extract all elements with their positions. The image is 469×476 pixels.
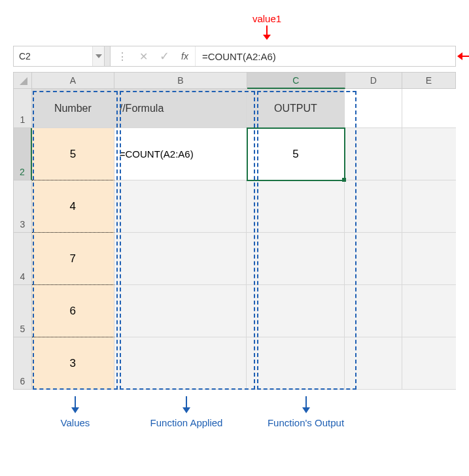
svg-marker-3 xyxy=(457,52,462,60)
cell-c3[interactable] xyxy=(247,180,345,233)
svg-marker-1 xyxy=(263,35,271,40)
row-head-6[interactable]: 6 xyxy=(13,337,32,390)
annotation-values: Values xyxy=(33,396,118,428)
annotation-function-output: Function's Output xyxy=(255,396,356,428)
table-row: 2 5 =COUNT(A2:A6) 5 xyxy=(13,128,456,180)
formula-bar: C2 ⋮ ✕ ✓ fx =COUNT(A2:A6) Syntax xyxy=(13,46,456,67)
cell-a4[interactable]: 7 xyxy=(32,233,114,285)
cell-c6[interactable] xyxy=(247,337,345,390)
formula-controls: ⋮ ✕ ✓ fx xyxy=(111,46,195,66)
cell-a1[interactable]: Number xyxy=(32,89,114,128)
cell-b6[interactable] xyxy=(114,337,247,390)
row-head-2[interactable]: 2 xyxy=(13,128,32,180)
cell-a5[interactable]: 6 xyxy=(32,285,114,337)
enter-icon[interactable]: ✓ xyxy=(160,49,169,63)
cell-c1[interactable]: OUTPUT xyxy=(247,89,345,128)
col-head-c[interactable]: C xyxy=(247,72,345,89)
row-head-3[interactable]: 3 xyxy=(13,180,32,233)
cell-d2[interactable] xyxy=(345,128,402,180)
col-head-e[interactable]: E xyxy=(402,72,456,89)
svg-marker-11 xyxy=(302,407,310,413)
cell-c5[interactable] xyxy=(247,285,345,337)
cell-d4[interactable] xyxy=(345,233,402,285)
table-row: 5 6 xyxy=(13,285,456,337)
cell-b3[interactable] xyxy=(114,180,247,233)
table-row: 4 7 xyxy=(13,233,456,285)
cell-e6[interactable] xyxy=(402,337,456,390)
cell-e1[interactable] xyxy=(402,89,456,128)
dots-icon: ⋮ xyxy=(117,50,128,63)
cell-e3[interactable] xyxy=(402,180,456,233)
cell-d5[interactable] xyxy=(345,285,402,337)
name-box[interactable]: C2 xyxy=(14,46,92,66)
arrow-down-red-icon xyxy=(234,26,300,42)
cell-a3[interactable]: 4 xyxy=(32,180,114,233)
cell-b2[interactable]: =COUNT(A2:A6) xyxy=(114,128,247,180)
spreadsheet-grid: A B C D E 1 Number //Formula OUTPUT 2 5 … xyxy=(13,72,456,390)
fx-button[interactable]: fx xyxy=(181,51,188,61)
cell-e2[interactable] xyxy=(402,128,456,180)
table-row: 6 3 xyxy=(13,337,456,390)
table-row: 1 Number //Formula OUTPUT xyxy=(13,89,456,128)
cell-b1[interactable]: //Formula xyxy=(114,89,247,128)
select-all-corner[interactable] xyxy=(13,72,32,89)
row-head-1[interactable]: 1 xyxy=(13,89,32,128)
cell-a6[interactable]: 3 xyxy=(32,337,114,390)
cell-a2[interactable]: 5 xyxy=(32,128,114,180)
name-box-dropdown[interactable] xyxy=(92,46,104,66)
grid-body: 1 Number //Formula OUTPUT 2 5 =COUNT(A2:… xyxy=(13,89,456,390)
cell-e4[interactable] xyxy=(402,233,456,285)
col-head-b[interactable]: B xyxy=(114,72,247,89)
svg-marker-7 xyxy=(71,407,79,413)
cancel-icon[interactable]: ✕ xyxy=(139,50,148,63)
formula-input[interactable]: =COUNT(A2:A6) xyxy=(195,46,326,66)
cell-c2[interactable]: 5 xyxy=(247,128,345,180)
annotation-function-applied: Function Applied xyxy=(118,396,255,428)
separator xyxy=(104,46,111,66)
svg-marker-5 xyxy=(20,77,27,85)
cell-b4[interactable] xyxy=(114,233,247,285)
table-row: 3 4 xyxy=(13,180,456,233)
row-head-5[interactable]: 5 xyxy=(13,285,32,337)
svg-marker-2 xyxy=(96,54,102,58)
svg-marker-9 xyxy=(182,407,190,413)
annotation-value1: value1 xyxy=(234,13,300,24)
col-head-a[interactable]: A xyxy=(32,72,114,89)
cell-c4[interactable] xyxy=(247,233,345,285)
column-headers: A B C D E xyxy=(13,72,456,89)
cell-e5[interactable] xyxy=(402,285,456,337)
cell-d1[interactable] xyxy=(345,89,402,128)
cell-b5[interactable] xyxy=(114,285,247,337)
annotation-syntax: Syntax xyxy=(457,50,469,61)
bottom-annotations: Values Function Applied Function's Outpu… xyxy=(13,396,456,428)
col-head-d[interactable]: D xyxy=(345,72,402,89)
row-head-4[interactable]: 4 xyxy=(13,233,32,285)
cell-d6[interactable] xyxy=(345,337,402,390)
cell-d3[interactable] xyxy=(345,180,402,233)
